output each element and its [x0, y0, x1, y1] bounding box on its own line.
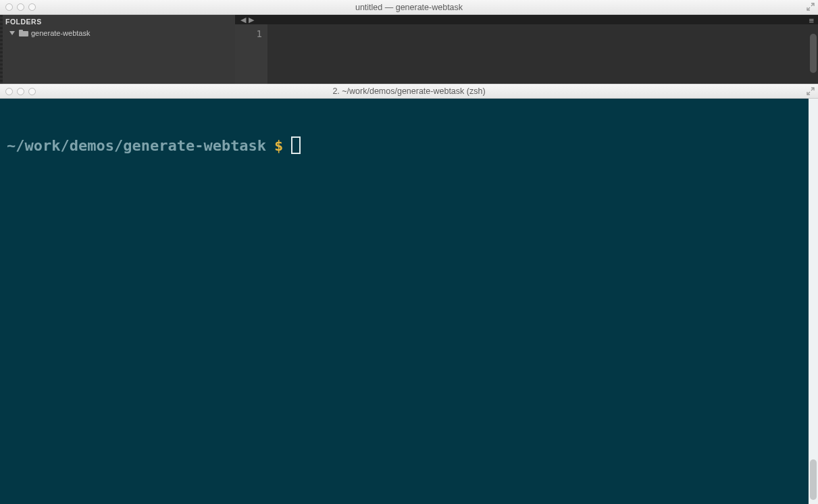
editor-titlebar[interactable]: untitled — generate-webtask	[0, 0, 818, 15]
sidebar-folder-root[interactable]: generate-webtask	[0, 27, 235, 39]
terminal-window-title: 2. ~/work/demos/generate-webtask (zsh)	[0, 86, 818, 96]
editor-main: ◀ ▶ ≡ 1	[235, 15, 818, 84]
editor-drag-strip[interactable]	[0, 15, 3, 84]
editor-traffic-lights	[5, 3, 36, 11]
sidebar-section-header: FOLDERS	[0, 15, 235, 27]
editor-scrollbar[interactable]	[810, 34, 817, 73]
editor-code-content[interactable]	[267, 24, 818, 84]
terminal-body[interactable]: ~/work/demos/generate-webtask $	[0, 99, 818, 504]
terminal-window: 2. ~/work/demos/generate-webtask (zsh) ~…	[0, 84, 818, 504]
editor-minimize-button[interactable]	[17, 3, 24, 11]
terminal-cursor	[291, 136, 301, 154]
terminal-scrollbar-thumb[interactable]	[810, 459, 817, 500]
editor-expand-icon[interactable]	[806, 2, 815, 11]
editor-sidebar[interactable]: FOLDERS generate-webtask	[0, 15, 235, 84]
editor-code-area[interactable]: 1	[235, 24, 818, 84]
editor-window-title: untitled — generate-webtask	[0, 3, 818, 12]
terminal-prompt-path: ~/work/demos/generate-webtask	[7, 137, 266, 154]
editor-close-button[interactable]	[5, 3, 13, 11]
editor-gutter: 1	[235, 24, 267, 84]
terminal-close-button[interactable]	[5, 88, 13, 95]
terminal-prompt-symbol: $	[274, 137, 283, 154]
tab-nav-next-icon[interactable]: ▶	[247, 16, 255, 24]
terminal-scrollbar-track[interactable]	[809, 99, 818, 504]
editor-tabbar[interactable]: ◀ ▶ ≡	[235, 15, 818, 24]
editor-body: FOLDERS generate-webtask ◀ ▶ ≡ 1	[0, 15, 818, 84]
tab-nav-prev-icon[interactable]: ◀	[239, 16, 247, 24]
editor-window: untitled — generate-webtask FOLDERS gene…	[0, 0, 818, 84]
terminal-zoom-button[interactable]	[28, 88, 36, 95]
terminal-titlebar[interactable]: 2. ~/work/demos/generate-webtask (zsh)	[0, 84, 818, 99]
disclosure-triangle-icon[interactable]	[9, 31, 15, 35]
sidebar-folder-label: generate-webtask	[31, 29, 90, 37]
terminal-prompt-line: ~/work/demos/generate-webtask $	[7, 136, 811, 154]
gutter-line-number: 1	[235, 28, 262, 39]
editor-zoom-button[interactable]	[28, 3, 36, 11]
terminal-minimize-button[interactable]	[17, 88, 24, 95]
terminal-traffic-lights	[5, 88, 36, 95]
folder-icon	[19, 30, 28, 36]
terminal-expand-icon[interactable]	[806, 86, 815, 96]
